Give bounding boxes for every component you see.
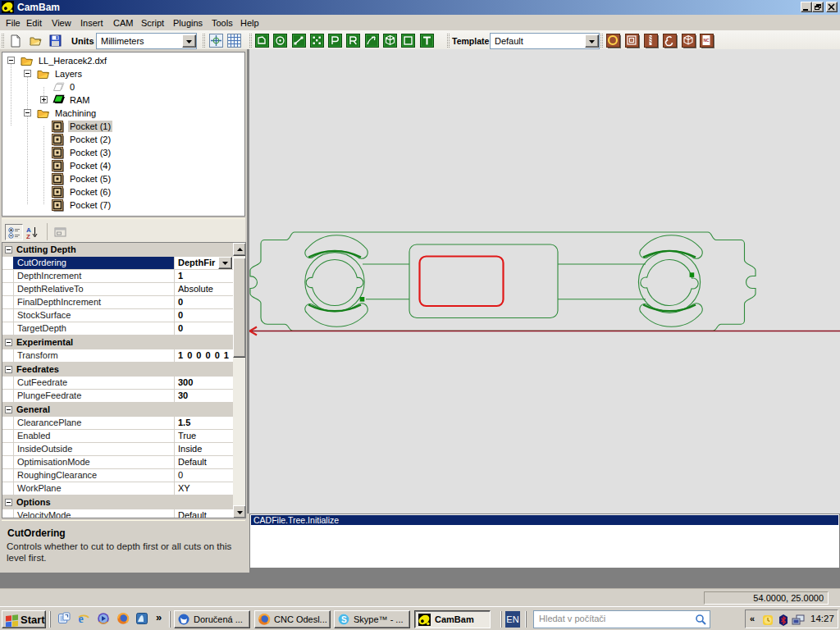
svg-text:NC: NC (704, 38, 710, 43)
svg-text:Z: Z (26, 233, 30, 239)
svg-text:S: S (341, 615, 347, 624)
svg-text:e: e (79, 613, 84, 625)
